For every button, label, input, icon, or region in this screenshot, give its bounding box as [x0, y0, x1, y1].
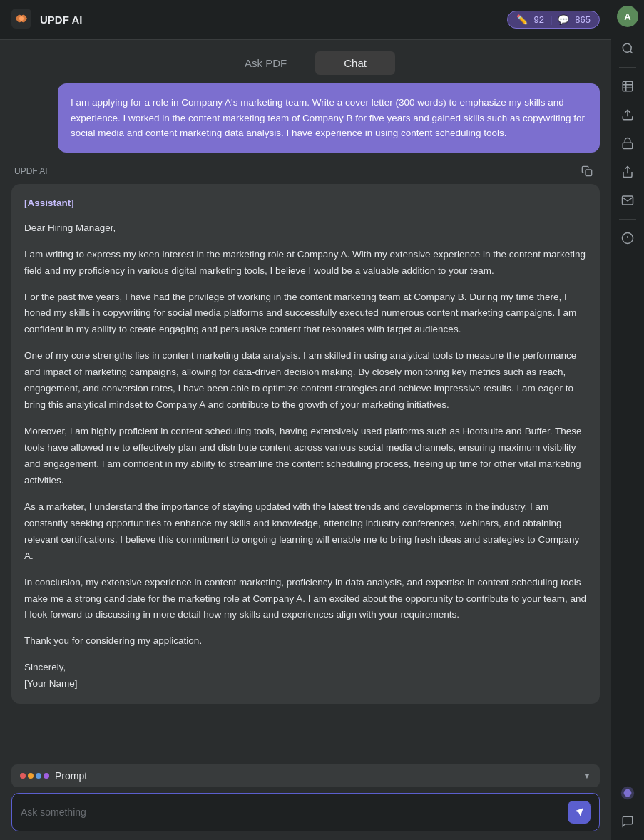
paragraph-4: Moreover, I am highly proficient in cont… [24, 424, 587, 489]
search-icon[interactable] [615, 36, 640, 61]
ai-response-header: UPDF AI [11, 161, 600, 181]
paragraph-5: As a marketer, I understand the importan… [24, 499, 587, 565]
app-title: UPDF AI [40, 14, 82, 26]
token-separator: | [550, 14, 552, 25]
svg-point-0 [623, 43, 631, 52]
svg-line-1 [630, 51, 632, 53]
assistant-tag: [Assistant] [24, 195, 587, 212]
upload-icon[interactable] [615, 102, 640, 128]
dot-2 [28, 773, 34, 779]
chat-input[interactable] [21, 806, 562, 818]
edit-icon: ✏️ [516, 14, 528, 25]
lock-icon[interactable] [615, 130, 640, 156]
chevron-down-icon: ▼ [583, 771, 591, 781]
paragraph-3: One of my core strengths lies in content… [24, 348, 587, 414]
send-button[interactable] [568, 801, 591, 824]
prompt-selector[interactable]: Prompt ▼ [11, 764, 600, 787]
logo-icon [11, 9, 31, 31]
token-right-count: 865 [575, 14, 591, 25]
prompt-dots [20, 773, 49, 779]
svg-rect-7 [623, 143, 633, 148]
mail-icon[interactable] [615, 188, 640, 213]
paragraph-6: In conclusion, my extensive experience i… [24, 575, 587, 624]
prompt-label: Prompt [55, 770, 87, 782]
ocr-icon[interactable] [615, 73, 640, 99]
copy-button[interactable] [577, 161, 597, 181]
greeting: Dear Hiring Manager, [24, 220, 587, 237]
chat-bubble-icon[interactable] [615, 809, 640, 834]
share-icon[interactable] [615, 159, 640, 185]
paragraph-2: For the past five years, I have had the … [24, 290, 587, 339]
tab-ask-pdf[interactable]: Ask PDF [216, 51, 315, 75]
tab-area: Ask PDF Chat [0, 40, 611, 83]
input-area [11, 793, 600, 831]
ai-message-bubble: [Assistant] Dear Hiring Manager, I am wr… [11, 184, 600, 704]
chat-icon: 💬 [558, 14, 569, 25]
divider-1 [619, 67, 636, 68]
bottom-area: Prompt ▼ [0, 759, 611, 840]
token-left-count: 92 [533, 14, 543, 25]
closing: Sincerely, [Your Name] [24, 660, 587, 692]
token-counter: ✏️ 92 | 💬 865 [507, 11, 600, 29]
divider-2 [619, 219, 636, 220]
updf-ai-icon[interactable] [615, 780, 640, 806]
paragraph-1: I am writing to express my keen interest… [24, 247, 587, 280]
prompt-left: Prompt [20, 770, 87, 782]
ai-label: UPDF AI [14, 166, 48, 176]
dot-4 [44, 773, 49, 779]
save-icon[interactable] [615, 225, 640, 251]
svg-point-14 [19, 16, 24, 21]
header: UPDF AI ✏️ 92 | 💬 865 [0, 0, 611, 40]
tab-chat[interactable]: Chat [315, 51, 395, 75]
dot-3 [36, 773, 41, 779]
right-sidebar: A [611, 0, 644, 840]
dot-1 [20, 773, 26, 779]
ai-response-container: UPDF AI [Assistant] Dear Hiring Manager,… [11, 161, 600, 704]
main-content: UPDF AI ✏️ 92 | 💬 865 Ask PDF Chat I am … [0, 0, 611, 840]
svg-rect-2 [623, 81, 633, 91]
thanks: Thank you for considering my application… [24, 633, 587, 650]
user-message-bubble: I am applying for a role in Company A's … [58, 83, 600, 153]
avatar: A [617, 6, 638, 27]
svg-rect-15 [586, 170, 592, 176]
chat-area[interactable]: I am applying for a role in Company A's … [0, 83, 611, 759]
